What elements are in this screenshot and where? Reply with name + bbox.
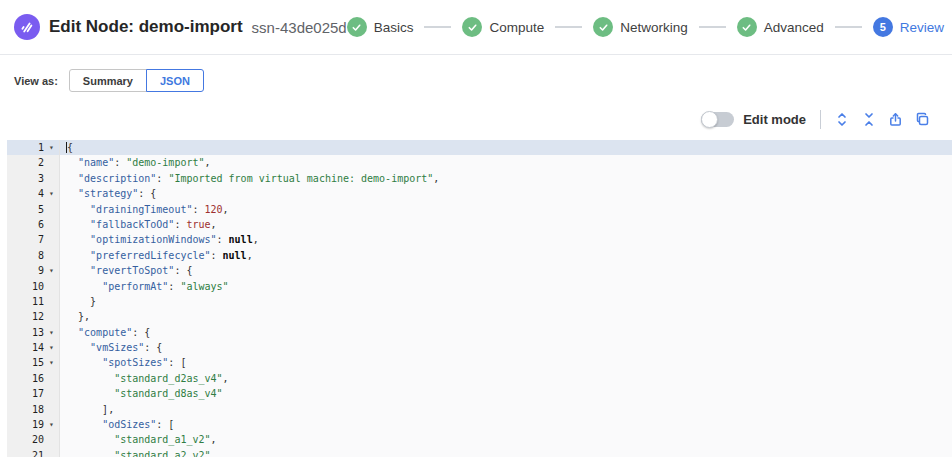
- step-connector: [424, 26, 451, 28]
- fold-arrow-icon[interactable]: ▾: [44, 263, 59, 278]
- code-line[interactable]: 9▾ "revertToSpot": {: [7, 263, 952, 278]
- code-text[interactable]: "revertToSpot": {: [60, 263, 952, 278]
- line-number: 9: [7, 263, 44, 278]
- step-connector: [555, 26, 582, 28]
- code-text[interactable]: {: [60, 140, 952, 155]
- code-line[interactable]: 14▾ "vmSizes": {: [7, 340, 952, 355]
- code-text[interactable]: "compute": {: [60, 325, 952, 340]
- toolbar-divider: [820, 110, 821, 129]
- code-text[interactable]: "description": "Imported from virtual ma…: [60, 171, 952, 186]
- export-icon[interactable]: [882, 108, 909, 130]
- collapse-icon[interactable]: [855, 108, 882, 130]
- code-line[interactable]: 6 "fallbackToOd": true,: [7, 217, 952, 232]
- line-number: 16: [7, 371, 44, 386]
- line-number: 1: [7, 140, 44, 155]
- code-text[interactable]: "name": "demo-import",: [60, 155, 952, 170]
- fold-arrow-icon[interactable]: ▾: [44, 140, 59, 155]
- copy-icon[interactable]: [909, 108, 936, 130]
- code-text[interactable]: "fallbackToOd": true,: [60, 217, 952, 232]
- code-line[interactable]: 17 "standard_d8as_v4": [7, 386, 952, 401]
- step-review[interactable]: 5 Review: [873, 17, 944, 37]
- line-number: 14: [7, 340, 44, 355]
- line-gutter: 7: [7, 232, 60, 247]
- step-networking[interactable]: Networking: [593, 17, 688, 37]
- line-gutter: 15▾: [7, 355, 60, 370]
- code-text[interactable]: }: [60, 294, 952, 309]
- editor-toolbar: Edit mode: [0, 107, 952, 131]
- code-line[interactable]: 3 "description": "Imported from virtual …: [7, 171, 952, 186]
- line-gutter: 19▾: [7, 417, 60, 432]
- step-number-badge: 5: [873, 17, 893, 37]
- code-line[interactable]: 5 "drainingTimeout": 120,: [7, 202, 952, 217]
- line-number: 10: [7, 279, 44, 294]
- code-text[interactable]: "spotSizes": [: [60, 355, 952, 370]
- code-text[interactable]: "standard_a1_v2",: [60, 432, 952, 447]
- summary-view-button[interactable]: Summary: [69, 69, 147, 92]
- line-gutter: 10: [7, 279, 60, 294]
- expand-icon[interactable]: [828, 108, 855, 130]
- code-line[interactable]: 18 ],: [7, 402, 952, 417]
- code-line[interactable]: 2 "name": "demo-import",: [7, 155, 952, 170]
- code-line[interactable]: 8 "preferredLifecycle": null,: [7, 248, 952, 263]
- code-text[interactable]: "drainingTimeout": 120,: [60, 202, 952, 217]
- code-text[interactable]: },: [60, 309, 952, 324]
- page-header: Edit Node: demo-import ssn-43de025d Basi…: [0, 0, 952, 55]
- code-text[interactable]: ],: [60, 402, 952, 417]
- code-line[interactable]: 15▾ "spotSizes": [: [7, 355, 952, 370]
- line-gutter: 18: [7, 402, 60, 417]
- code-line[interactable]: 21 "standard_a2_v2": [7, 448, 952, 457]
- code-line[interactable]: 19▾ "odSizes": [: [7, 417, 952, 432]
- line-number: 4: [7, 186, 44, 201]
- code-line[interactable]: 16 "standard_d2as_v4",: [7, 371, 952, 386]
- line-number: 3: [7, 171, 44, 186]
- line-gutter: 1▾: [7, 140, 60, 155]
- line-number: 17: [7, 386, 44, 401]
- step-advanced[interactable]: Advanced: [737, 17, 824, 37]
- fold-arrow-icon[interactable]: ▾: [44, 355, 59, 370]
- view-as-row: View as: Summary JSON: [14, 69, 952, 92]
- code-text[interactable]: "preferredLifecycle": null,: [60, 248, 952, 263]
- check-icon: [593, 17, 613, 37]
- json-view-button[interactable]: JSON: [146, 69, 204, 92]
- page-title: Edit Node: demo-import: [49, 17, 243, 37]
- line-number: 21: [7, 448, 44, 457]
- json-editor[interactable]: 1▾{2 "name": "demo-import",3 "descriptio…: [7, 140, 952, 457]
- code-text[interactable]: "strategy": {: [60, 186, 952, 201]
- fold-arrow-icon[interactable]: ▾: [44, 186, 59, 201]
- code-line[interactable]: 11 }: [7, 294, 952, 309]
- code-line[interactable]: 13▾ "compute": {: [7, 325, 952, 340]
- code-text[interactable]: "performAt": "always": [60, 279, 952, 294]
- step-connector: [699, 26, 726, 28]
- node-id: ssn-43de025d: [252, 19, 347, 36]
- code-line[interactable]: 20 "standard_a1_v2",: [7, 432, 952, 447]
- line-number: 15: [7, 355, 44, 370]
- code-line[interactable]: 10 "performAt": "always": [7, 279, 952, 294]
- line-number: 5: [7, 202, 44, 217]
- line-gutter: 21: [7, 448, 60, 457]
- code-text[interactable]: "odSizes": [: [60, 417, 952, 432]
- line-gutter: 11: [7, 294, 60, 309]
- code-text[interactable]: "standard_d8as_v4": [60, 386, 952, 401]
- code-text[interactable]: "standard_a2_v2": [60, 448, 952, 457]
- line-gutter: 9▾: [7, 263, 60, 278]
- line-gutter: 6: [7, 217, 60, 232]
- code-text[interactable]: "standard_d2as_v4",: [60, 371, 952, 386]
- code-text[interactable]: "vmSizes": {: [60, 340, 952, 355]
- fold-arrow-icon[interactable]: ▾: [44, 417, 59, 432]
- step-compute[interactable]: Compute: [462, 17, 544, 37]
- code-line[interactable]: 4▾ "strategy": {: [7, 186, 952, 201]
- line-gutter: 13▾: [7, 325, 60, 340]
- line-number: 18: [7, 402, 44, 417]
- code-line[interactable]: 7 "optimizationWindows": null,: [7, 232, 952, 247]
- line-gutter: 16: [7, 371, 60, 386]
- line-gutter: 2: [7, 155, 60, 170]
- fold-arrow-icon[interactable]: ▾: [44, 340, 59, 355]
- line-gutter: 14▾: [7, 340, 60, 355]
- fold-arrow-icon[interactable]: ▾: [44, 325, 59, 340]
- code-text[interactable]: "optimizationWindows": null,: [60, 232, 952, 247]
- code-line[interactable]: 12 },: [7, 309, 952, 324]
- wizard-stepper: Basics Compute Networking Advanced 5 Rev…: [347, 17, 944, 37]
- edit-mode-toggle[interactable]: [701, 112, 734, 127]
- code-line[interactable]: 1▾{: [7, 140, 952, 155]
- step-basics[interactable]: Basics: [347, 17, 414, 37]
